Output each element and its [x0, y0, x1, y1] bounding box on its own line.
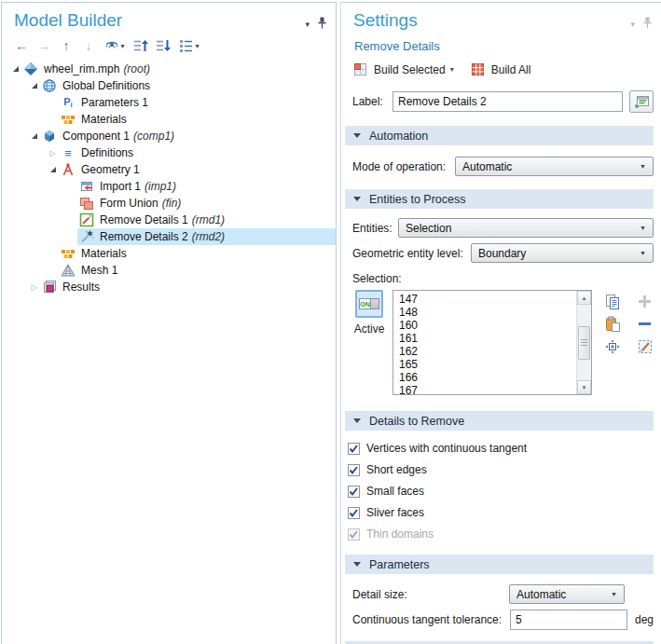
build-selected-button[interactable]: [351, 61, 369, 78]
list-scrollbar[interactable]: ▲ ▼: [576, 291, 591, 394]
model-builder-panel: Model Builder ▾ ← → ↑ ↓ ▾ ▾: [1, 2, 337, 644]
move-up-button[interactable]: ↑: [58, 37, 75, 54]
materials-icon: [61, 112, 76, 127]
component-cube-icon: [42, 129, 57, 144]
active-toggle[interactable]: ON: [355, 290, 383, 318]
tree-item-form-union[interactable]: Form Union (fin): [2, 195, 336, 212]
tree-item-import-1[interactable]: Import 1 (imp1): [2, 178, 336, 195]
expand-arrow-icon[interactable]: [28, 77, 40, 94]
settings-title: Settings: [353, 10, 418, 30]
clear-selection-button[interactable]: [636, 337, 654, 355]
paste-selection-button[interactable]: [603, 315, 621, 333]
panel-menu-chevron-icon[interactable]: ▾: [305, 21, 310, 29]
checkbox-checked-icon: [348, 464, 360, 476]
collapse-arrow-icon[interactable]: [47, 144, 59, 161]
checkbox-checked-icon: [348, 486, 360, 498]
checkbox-sliver-faces[interactable]: Sliver faces: [348, 506, 654, 519]
geometry-icon: [61, 162, 76, 177]
definitions-icon: ≡: [61, 145, 76, 160]
build-all-button[interactable]: [469, 61, 487, 78]
checkbox-checked-icon: [348, 443, 360, 455]
tree-item-component-1[interactable]: Component 1 (comp1): [2, 128, 336, 144]
label-input[interactable]: [392, 91, 623, 112]
move-down-button[interactable]: ↓: [80, 37, 97, 54]
settings-toolbar: Build Selected ▾ Build All: [351, 61, 661, 78]
scrollbar-thumb[interactable]: [578, 326, 590, 360]
eye-icon: [104, 39, 119, 52]
tree-item-materials-global[interactable]: Materials: [2, 111, 336, 128]
section-automation[interactable]: Automation: [345, 126, 654, 145]
checkbox-thin-domains: Thin domains: [348, 528, 654, 541]
mode-of-operation-select[interactable]: Automatic ▼: [455, 157, 654, 176]
collapse-arrow-icon[interactable]: [28, 279, 40, 295]
build-selected-icon: [353, 62, 367, 76]
scroll-down-button[interactable]: ▼: [577, 380, 591, 394]
parameters-icon: Pi: [61, 95, 76, 110]
selection-list-item[interactable]: 165: [399, 358, 591, 371]
selection-list-item[interactable]: 148: [399, 306, 591, 319]
remove-from-selection-button[interactable]: [636, 315, 654, 333]
tolerance-input[interactable]: [510, 610, 627, 630]
forward-button[interactable]: →: [35, 37, 52, 54]
checkbox-vertices-continuous-tangent[interactable]: Vertices with continuous tangent: [348, 442, 654, 455]
tree-item-remove-details-1[interactable]: Remove Details 1 (rmd1): [2, 212, 336, 228]
expand-arrow-icon[interactable]: [47, 161, 59, 178]
remove-details-icon: [79, 212, 94, 227]
scroll-up-button[interactable]: ▲: [577, 291, 591, 305]
geometric-entity-level-select[interactable]: Boundary ▼: [471, 243, 654, 263]
tree-item-wheel-rim[interactable]: wheel_rim.mph (root): [2, 61, 336, 77]
chevron-down-icon: ▼: [640, 250, 646, 256]
selection-list-item[interactable]: 166: [399, 371, 591, 384]
copy-icon: [604, 294, 621, 310]
model-tree: wheel_rim.mph (root) Global Definitions …: [2, 61, 336, 295]
section-entities-to-process[interactable]: Entities to Process: [345, 189, 654, 209]
show-menu-button[interactable]: ▾: [103, 37, 127, 54]
chevron-down-icon: ▼: [640, 163, 646, 170]
detail-size-select[interactable]: Automatic ▼: [509, 584, 625, 604]
tree-item-parameters[interactable]: Pi Parameters 1: [2, 94, 336, 111]
results-icon: [42, 280, 57, 295]
selection-list-item[interactable]: 161: [399, 332, 591, 345]
model-builder-title: Model Builder: [14, 10, 122, 30]
expand-arrow-icon[interactable]: [9, 61, 21, 77]
tree-item-remove-details-2[interactable]: Remove Details 2 (rmd2): [2, 228, 336, 245]
section-collapse-icon: [353, 197, 361, 201]
plus-icon: [639, 295, 651, 308]
chevron-down-icon[interactable]: ▾: [450, 65, 454, 74]
pin-icon[interactable]: [643, 16, 652, 33]
settings-subtitle: Remove Details: [354, 39, 661, 53]
selection-list-item[interactable]: 147: [399, 293, 591, 306]
collapse-all-button[interactable]: [132, 37, 149, 54]
tree-item-materials-component[interactable]: Materials: [2, 245, 336, 262]
tree-item-mesh-1[interactable]: Mesh 1: [2, 262, 336, 279]
panel-menu-chevron-icon[interactable]: ▾: [630, 21, 635, 29]
expand-all-button[interactable]: [155, 37, 172, 54]
entities-select[interactable]: Selection ▼: [398, 218, 654, 238]
node-text-menu-button[interactable]: ▾: [177, 37, 201, 54]
toggle-name-button[interactable]: [629, 90, 654, 113]
add-to-selection-button[interactable]: [636, 293, 654, 310]
checkbox-checked-disabled-icon: [348, 528, 360, 541]
section-parameters[interactable]: Parameters: [345, 555, 654, 574]
selection-list[interactable]: 147 148 160 161 162 165 166 167 ▲ ▼: [392, 290, 592, 395]
selection-list-item[interactable]: 162: [399, 345, 591, 358]
checkbox-small-faces[interactable]: Small faces: [348, 485, 654, 498]
copy-selection-button[interactable]: [603, 293, 621, 310]
globe-icon: [42, 78, 57, 93]
back-button[interactable]: ←: [13, 37, 30, 54]
section-collapse-icon: [353, 133, 361, 138]
model-root-icon: [23, 62, 38, 76]
tree-item-geometry-1[interactable]: Geometry 1: [2, 161, 336, 178]
zoom-to-selection-button[interactable]: [603, 337, 621, 355]
selection-list-item[interactable]: 167: [399, 384, 591, 395]
selection-list-item[interactable]: 160: [399, 319, 591, 332]
tree-item-global-definitions[interactable]: Global Definitions: [2, 77, 336, 94]
clear-selection-icon: [637, 338, 654, 355]
tree-item-definitions[interactable]: ≡ Definitions: [2, 144, 336, 161]
tree-item-results[interactable]: Results: [2, 279, 336, 295]
selected-tree-row[interactable]: Remove Details 2 (rmd2): [77, 228, 336, 245]
section-details-to-remove[interactable]: Details to Remove: [345, 411, 654, 431]
pin-icon[interactable]: [318, 16, 326, 33]
checkbox-short-edges[interactable]: Short edges: [348, 463, 654, 476]
expand-arrow-icon[interactable]: [28, 128, 40, 144]
